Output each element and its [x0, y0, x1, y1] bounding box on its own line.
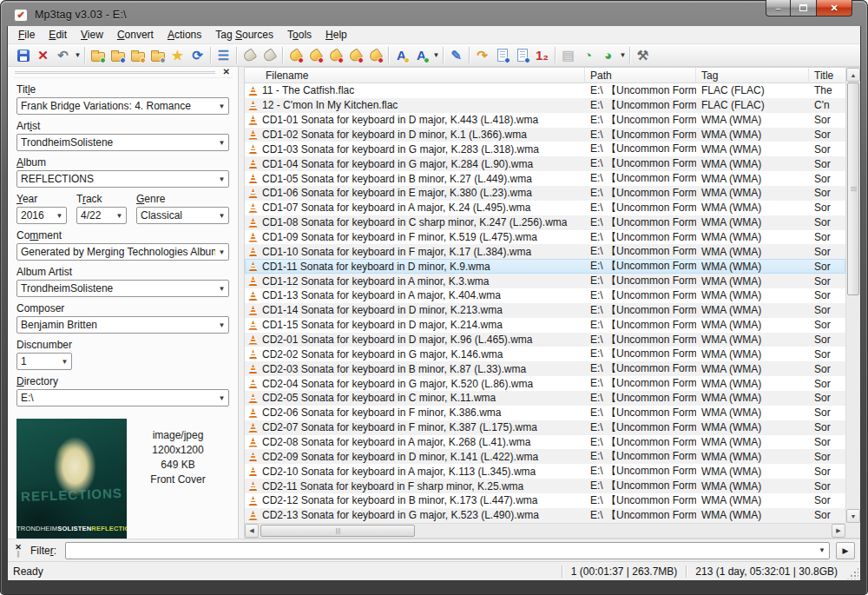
table-row[interactable]: CD2-01 Sonata for keyboard in D major, K…: [245, 333, 845, 347]
table-row[interactable]: 12 - C'mon In My Kitchen.flacE:\ 【Uncomm…: [245, 98, 845, 113]
favorites-star-icon[interactable]: ★: [168, 46, 187, 65]
hscroll-thumb[interactable]: [260, 525, 415, 537]
create-playlist-all-icon[interactable]: [512, 46, 532, 65]
scroll-up-icon[interactable]: ▲: [846, 68, 860, 82]
track-numbering-wizard-icon[interactable]: 1₂: [532, 46, 552, 65]
panel-close-icon[interactable]: ✕: [220, 68, 233, 76]
table-row[interactable]: CD2-07 Sonata for keyboard in F minor, K…: [245, 420, 845, 435]
vertical-scrollbar[interactable]: ▲ ▼: [845, 68, 860, 523]
menu-item-tag-sources[interactable]: Tag Sources: [208, 27, 280, 43]
convert-textfile-tag-icon[interactable]: [345, 46, 365, 65]
table-row[interactable]: CD1-13 Sonata for keyboard in A major, K…: [245, 288, 845, 303]
menu-item-actions[interactable]: Actions: [161, 27, 208, 43]
scroll-down-icon[interactable]: ▼: [846, 509, 860, 523]
table-row[interactable]: CD1-07 Sonata for keyboard in A major, K…: [245, 201, 845, 215]
chevron-down-icon[interactable]: ▼: [215, 394, 228, 402]
column-header-tag[interactable]: Tag: [696, 68, 809, 83]
table-row[interactable]: CD2-10 Sonata for keyboard in A major, K…: [245, 464, 845, 479]
maximize-button[interactable]: [791, 0, 816, 17]
table-row[interactable]: CD1-02 Sonata for keyboard in D minor, K…: [245, 128, 845, 142]
remove-tag-icon[interactable]: ✕: [33, 46, 53, 65]
chevron-down-icon[interactable]: ▼: [113, 212, 126, 220]
column-header-path[interactable]: Path: [585, 68, 696, 83]
convert-tag-tag-icon[interactable]: [365, 46, 385, 65]
table-row[interactable]: CD1-10 Sonata for keyboard in F major, K…: [245, 244, 845, 259]
column-header-title[interactable]: Title: [809, 68, 845, 83]
create-playlist-icon[interactable]: [492, 46, 512, 65]
resize-grip[interactable]: [846, 567, 858, 579]
artist-combobox[interactable]: TrondheimSolistene ▼: [16, 134, 229, 151]
track-combobox[interactable]: 4/22 ▼: [76, 207, 127, 224]
horizontal-scrollbar[interactable]: ◀ ▶: [245, 523, 845, 538]
table-row[interactable]: CD1-03 Sonata for keyboard in G major, K…: [245, 142, 845, 156]
menu-item-help[interactable]: Help: [319, 27, 354, 43]
add-directory-icon[interactable]: [108, 46, 128, 65]
extended-tags-icon[interactable]: ☰: [214, 46, 233, 65]
vscroll-thumb[interactable]: [847, 83, 859, 295]
chevron-down-icon[interactable]: ▼: [215, 321, 228, 329]
table-row[interactable]: CD2-09 Sonata for keyboard in D minor, K…: [245, 449, 845, 464]
menu-item-convert[interactable]: Convert: [110, 27, 161, 43]
panel-grip[interactable]: [15, 71, 215, 74]
table-row[interactable]: CD1-01 Sonata for keyboard in D major, K…: [245, 113, 845, 128]
minimize-button[interactable]: –: [766, 0, 791, 17]
open-playlist-icon[interactable]: [128, 46, 148, 65]
chevron-down-icon[interactable]: ▼: [215, 175, 228, 183]
chevron-down-icon[interactable]: ▼: [815, 546, 829, 554]
table-row[interactable]: CD2-03 Sonata for keyboard in B minor, K…: [245, 361, 845, 376]
edit-tag-icon[interactable]: ✎: [446, 46, 466, 65]
tag-copy-icon[interactable]: [240, 46, 260, 65]
save-tag-icon[interactable]: [13, 46, 33, 65]
actions-icon[interactable]: A: [391, 46, 411, 65]
compare-disabled-icon[interactable]: ▤: [558, 46, 578, 65]
table-row[interactable]: CD2-06 Sonata for keyboard in F minor, K…: [245, 406, 845, 420]
table-row[interactable]: CD2-02 Sonata for keyboard in G major, K…: [245, 347, 845, 361]
chevron-down-icon[interactable]: ▼: [74, 51, 82, 59]
table-row[interactable]: CD1-12 Sonata for keyboard in A minor, K…: [245, 274, 845, 288]
recent-directories-icon[interactable]: [148, 46, 168, 65]
convert-tag-filename-icon[interactable]: [286, 46, 306, 65]
filter-input[interactable]: ▼: [65, 542, 830, 559]
chevron-down-icon[interactable]: ▼: [58, 358, 71, 366]
album-cover-art[interactable]: REFLECTIONS TRONDHEIMSOLISTENREFLECTIONS: [16, 419, 127, 539]
column-header-filename[interactable]: Filename: [245, 68, 585, 83]
filter-expand-button[interactable]: ▶: [836, 542, 855, 559]
refresh-icon[interactable]: ⟳: [187, 46, 207, 65]
chevron-down-icon[interactable]: ▼: [215, 212, 228, 220]
year-combobox[interactable]: 2016 ▼: [16, 207, 67, 224]
chevron-down-icon[interactable]: ▼: [53, 212, 66, 220]
table-row[interactable]: CD1-06 Sonata for keyboard in E major, K…: [245, 186, 845, 201]
table-row[interactable]: CD2-12 Sonata for keyboard in B minor, K…: [245, 493, 845, 508]
options-icon[interactable]: ⚒: [633, 46, 653, 65]
table-row[interactable]: CD1-11 Sonata for keyboard in D minor, K…: [245, 259, 845, 274]
change-directory-icon[interactable]: [88, 46, 108, 65]
composer-combobox[interactable]: Benjamin Britten ▼: [16, 316, 229, 334]
quick-actions-icon[interactable]: A: [411, 46, 431, 65]
discnumber-combobox[interactable]: 1 ▼: [16, 353, 72, 370]
album-combobox[interactable]: REFLECTIONS ▼: [16, 170, 229, 188]
filter-grip[interactable]: ∥: [16, 551, 20, 558]
convert-filename-filename-icon[interactable]: [326, 46, 345, 65]
chevron-down-icon[interactable]: ▼: [215, 248, 228, 256]
chevron-down-icon[interactable]: ▼: [215, 285, 228, 293]
table-row[interactable]: CD2-05 Sonata for keyboard in C minor, K…: [245, 391, 845, 406]
undo-icon[interactable]: ↶: [53, 46, 73, 65]
title-combobox[interactable]: Frank Bridge Variations: 4. Romance ▼: [16, 97, 229, 115]
menu-item-edit[interactable]: Edit: [42, 27, 74, 43]
menu-item-file[interactable]: File: [11, 27, 42, 43]
table-row[interactable]: CD2-11 Sonata for keyboard in F sharp mi…: [245, 479, 845, 493]
table-row[interactable]: CD1-14 Sonata for keyboard in D minor, K…: [245, 303, 845, 318]
table-row[interactable]: 11 - The Catfish.flacE:\ 【Uncommon Forma…: [245, 83, 845, 98]
table-row[interactable]: CD2-04 Sonata for keyboard in G major, K…: [245, 376, 845, 391]
table-row[interactable]: CD1-09 Sonata for keyboard in F minor, K…: [245, 230, 845, 245]
table-row[interactable]: CD1-08 Sonata for keyboard in C sharp mi…: [245, 215, 845, 230]
directory-combobox[interactable]: E:\ ▼: [16, 389, 229, 407]
menu-item-view[interactable]: View: [74, 27, 110, 43]
chevron-down-icon[interactable]: ▼: [432, 51, 440, 59]
comment-combobox[interactable]: Generated by Merging Technologies Album …: [16, 243, 229, 261]
tag-paste-icon[interactable]: [260, 46, 279, 65]
menu-item-tools[interactable]: Tools: [280, 27, 319, 43]
scroll-left-icon[interactable]: ◀: [245, 524, 259, 538]
table-row[interactable]: CD2-13 Sonata for keyboard in G major, K…: [245, 508, 845, 523]
scroll-right-icon[interactable]: ▶: [832, 524, 845, 538]
